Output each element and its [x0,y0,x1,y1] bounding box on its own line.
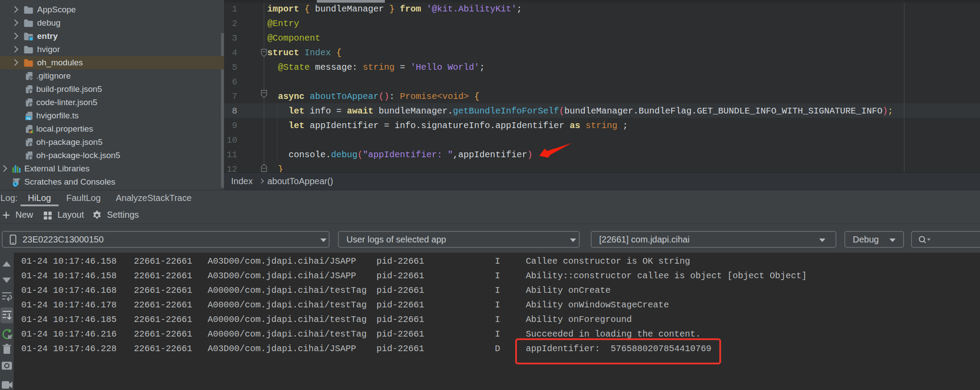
svg-text:TS: TS [26,117,31,121]
svg-text:{}: {} [28,90,33,94]
svg-text:{}: {} [28,103,33,107]
svg-text:{}: {} [28,156,33,160]
svg-text:{}: {} [28,143,33,147]
